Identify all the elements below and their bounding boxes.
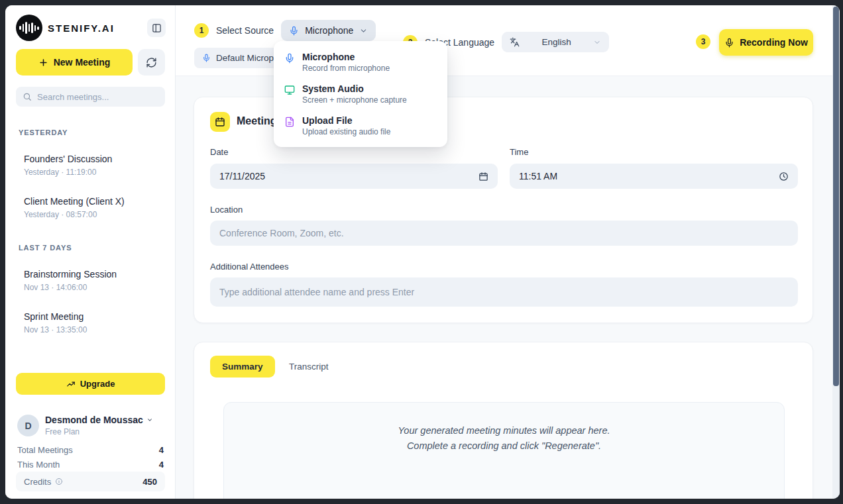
upgrade-label: Upgrade	[80, 379, 115, 389]
user-menu[interactable]: Desmond de Moussac	[45, 415, 153, 425]
calendar-icon	[215, 117, 225, 127]
menu-item-title: Upload File	[302, 115, 390, 126]
new-meeting-button[interactable]: New Meeting	[16, 49, 133, 76]
calendar-badge	[210, 112, 230, 132]
new-meeting-label: New Meeting	[54, 57, 111, 68]
stat-label: Credits	[24, 477, 51, 487]
menu-item-upload-file[interactable]: Upload File Upload existing audio file	[274, 110, 447, 142]
stat-this-month: This Month 4	[17, 460, 164, 470]
source-select[interactable]: Microphone	[281, 20, 376, 41]
step-3-badge: 3	[696, 34, 710, 49]
search-input[interactable]	[37, 92, 158, 102]
stat-value: 4	[159, 445, 164, 455]
list-item-meeting-meta: Yesterday · 08:57:00	[24, 210, 97, 219]
menu-item-subtitle: Upload existing audio file	[302, 126, 390, 137]
panel-collapse-icon	[152, 23, 162, 33]
recording-now-button[interactable]: Recording Now	[719, 29, 813, 56]
stat-label: Total Meetings	[17, 445, 73, 455]
summary-empty-state: Your generated meeting minutes will appe…	[223, 402, 785, 499]
info-icon[interactable]	[55, 478, 63, 485]
section-header-last-7-days: LAST 7 DAYS	[19, 244, 72, 252]
time-input[interactable]	[519, 171, 772, 181]
tab-transcript[interactable]: Transcript	[277, 356, 341, 378]
menu-item-subtitle: Record from microphone	[302, 63, 390, 74]
sidebar-collapse-button[interactable]	[147, 19, 166, 37]
attendees-field[interactable]	[210, 277, 798, 307]
file-icon	[284, 117, 295, 127]
chevron-down-icon	[359, 26, 368, 35]
languages-icon	[510, 37, 520, 47]
language-select[interactable]: English	[502, 32, 609, 52]
waveform-logo-icon	[16, 15, 42, 41]
results-card: Summary Transcript Your generated meetin…	[194, 342, 813, 499]
attendees-input[interactable]	[219, 287, 789, 297]
refresh-icon	[146, 57, 157, 68]
main-area: 1 Select Source Microphone Default Micro…	[176, 5, 832, 499]
step-1-group: 1 Select Source Microphone	[194, 20, 376, 41]
search-meetings-box[interactable]	[16, 87, 165, 107]
menu-item-title: System Audio	[302, 83, 407, 95]
list-item-meeting-title[interactable]: Sprint Meeting	[24, 311, 84, 322]
clock-icon[interactable]	[779, 172, 789, 181]
brand-title: STENIFY.AI	[48, 23, 115, 34]
calendar-icon[interactable]	[478, 172, 488, 181]
source-dropdown-menu: Microphone Record from microphone System…	[274, 41, 447, 147]
microphone-icon	[284, 53, 295, 64]
location-input[interactable]	[219, 228, 789, 238]
microphone-icon	[724, 38, 734, 48]
list-item-meeting-meta: Yesterday · 11:19:00	[24, 168, 96, 177]
empty-state-line-1: Your generated meeting minutes will appe…	[224, 423, 784, 438]
date-field[interactable]	[210, 164, 498, 189]
scrollbar-track[interactable]	[832, 5, 840, 499]
location-label: Location	[210, 205, 243, 215]
plus-icon	[38, 58, 48, 68]
location-field[interactable]	[210, 221, 798, 246]
date-input[interactable]	[219, 171, 472, 181]
microphone-icon	[202, 54, 211, 62]
list-item-meeting-title[interactable]: Client Meeting (Client X)	[24, 196, 125, 207]
trending-up-icon	[66, 379, 76, 389]
app-window: STENIFY.AI New Meeting	[5, 5, 840, 499]
step-1-badge: 1	[194, 23, 209, 38]
menu-item-microphone[interactable]: Microphone Record from microphone	[274, 46, 447, 78]
menu-item-subtitle: Screen + microphone capture	[302, 95, 407, 105]
recording-now-label: Recording Now	[740, 37, 808, 48]
list-item-meeting-meta: Nov 13 · 14:06:00	[24, 283, 87, 292]
stat-value: 4	[159, 460, 164, 470]
chevron-down-icon	[146, 417, 153, 423]
empty-state-line-2: Complete a recording and click "Regenera…	[224, 438, 784, 454]
list-item-meeting-title[interactable]: Founders' Discussion	[24, 154, 112, 164]
menu-item-system-audio[interactable]: System Audio Screen + microphone capture	[274, 78, 447, 110]
user-name: Desmond de Moussac	[45, 415, 143, 425]
user-plan: Free Plan	[45, 427, 80, 436]
search-icon	[23, 92, 32, 101]
stat-value: 450	[142, 477, 157, 487]
list-item-meeting-title[interactable]: Brainstorming Session	[24, 269, 117, 279]
time-field[interactable]	[510, 164, 798, 189]
date-label: Date	[210, 147, 228, 157]
scrollbar-thumb[interactable]	[833, 7, 839, 386]
language-select-value: English	[526, 37, 587, 47]
upgrade-button[interactable]: Upgrade	[16, 373, 165, 395]
chevron-down-icon	[593, 38, 601, 46]
stat-label: This Month	[17, 460, 60, 470]
stat-total-meetings: Total Meetings 4	[17, 445, 164, 455]
step-1-label: Select Source	[216, 25, 274, 36]
time-label: Time	[510, 147, 528, 157]
attendees-label: Additional Attendees	[210, 262, 289, 272]
stat-credits: Credits 450	[16, 472, 165, 491]
avatar[interactable]: D	[17, 415, 39, 436]
tab-summary[interactable]: Summary	[210, 356, 275, 378]
microphone-icon	[289, 26, 299, 36]
monitor-icon	[284, 85, 295, 95]
refresh-button[interactable]	[138, 49, 165, 76]
sidebar: STENIFY.AI New Meeting	[5, 5, 176, 499]
menu-item-title: Microphone	[302, 51, 390, 63]
section-header-yesterday: YESTERDAY	[19, 128, 68, 136]
source-select-value: Microphone	[305, 25, 353, 36]
list-item-meeting-meta: Nov 13 · 13:35:00	[24, 325, 87, 334]
